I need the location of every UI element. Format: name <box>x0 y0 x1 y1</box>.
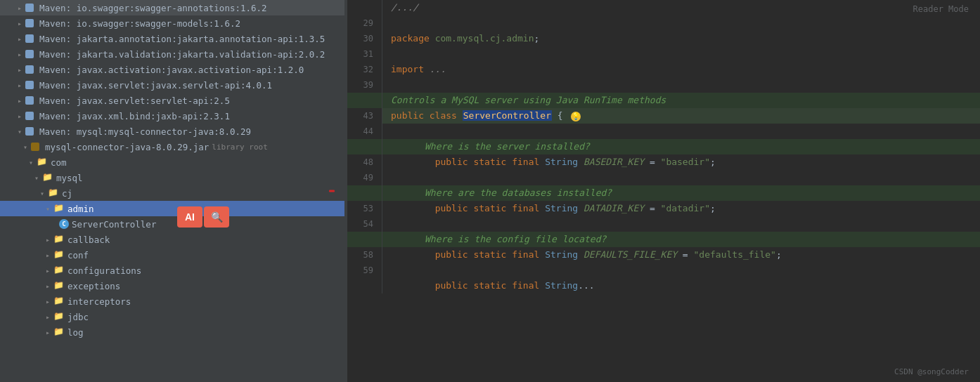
line-content: Where are the databases installed? <box>382 185 980 201</box>
tree-item-label: cj <box>62 188 72 199</box>
code-line: 53 public static final String DATADIR_KE… <box>347 201 980 216</box>
code-line: 49 <box>347 170 980 185</box>
code-line: 59 <box>347 263 980 278</box>
line-number: 30 <box>347 31 382 46</box>
line-number: 44 <box>347 124 382 139</box>
tree-arrow <box>42 298 53 305</box>
maven-icon <box>25 2 37 13</box>
line-content: public static final String DATADIR_KEY =… <box>382 201 980 216</box>
tree-item-maven-javax-servlet[interactable]: Maven: javax.servlet:servlet-api:2.5 <box>0 93 344 108</box>
code-area: /.../ 2930package com.mysql.cj.admin;313… <box>347 0 980 382</box>
tree-item-pkg-interceptors[interactable]: 📁interceptors <box>0 294 344 309</box>
tree-item-maven-jakarta-val[interactable]: Maven: jakarta.validation:jakarta.valida… <box>0 46 344 62</box>
tree-item-pkg-jdbc[interactable]: 📁jdbc <box>0 309 344 324</box>
maven-icon <box>25 33 37 44</box>
folder-icon: 📁 <box>42 172 53 183</box>
line-content: public static final String BASEDIR_KEY =… <box>382 154 980 170</box>
tree-item-label: Maven: jakarta.annotation:jakarta.annota… <box>39 34 325 44</box>
line-number: 54 <box>347 216 382 232</box>
doc-comment-line: Where are the databases installed? <box>347 185 980 201</box>
tree-item-pkg-log[interactable]: 📁log <box>0 324 344 340</box>
tree-item-maven-mysql[interactable]: Maven: mysql:mysql-connector-java:8.0.29 <box>0 124 344 139</box>
tree-arrow <box>37 190 48 197</box>
maven-icon <box>25 64 37 75</box>
line-content: import ... <box>382 62 980 77</box>
line-number <box>347 232 382 247</box>
tree-item-label: Maven: mysql:mysql-connector-java:8.0.29 <box>39 126 251 137</box>
line-number: 58 <box>347 247 382 263</box>
floating-buttons: AI 🔍 <box>177 206 229 228</box>
code-line: public static final String... <box>347 278 980 294</box>
line-number: 31 <box>347 46 382 62</box>
line-number: 59 <box>347 263 382 278</box>
line-number: 39 <box>347 77 382 93</box>
tree-item-jar-root[interactable]: mysql-connector-java-8.0.29.jar library … <box>0 139 344 154</box>
tree-item-pkg-configurations[interactable]: 📁configurations <box>0 263 344 278</box>
line-number: 49 <box>347 170 382 185</box>
tree-item-label: exceptions <box>67 281 120 291</box>
tree-item-maven-swagger-models[interactable]: Maven: io.swagger:swagger-models:1.6.2 <box>0 15 344 31</box>
tree-item-label: com <box>51 157 67 168</box>
line-number <box>347 278 382 294</box>
tree-arrow <box>42 236 53 244</box>
line-content <box>382 15 980 31</box>
library-root-label: library root <box>212 143 267 152</box>
tree-arrow <box>42 329 53 336</box>
code-line: 54 <box>347 216 980 232</box>
folder-icon: 📁 <box>53 249 65 261</box>
code-line: 30package com.mysql.cj.admin; <box>347 31 980 46</box>
tree-item-pkg-callback[interactable]: 📁callback <box>0 232 344 247</box>
code-editor-panel: Reader Mode /.../ 2930package com.mysql.… <box>347 0 980 382</box>
maven-icon <box>25 79 37 91</box>
line-number <box>347 0 382 15</box>
tree-item-label: mysql <box>56 173 83 183</box>
line-number: 32 <box>347 62 382 77</box>
doc-comment-line: Where is the config file located? <box>347 232 980 247</box>
tree-item-label: admin <box>67 204 94 214</box>
tree-item-maven-javax-act[interactable]: Maven: javax.activation:javax.activation… <box>0 62 344 77</box>
watermark: CSDN @songCodder <box>894 367 969 376</box>
tree-item-label: ServerController <box>72 219 156 230</box>
maven-icon <box>25 48 37 60</box>
lightbulb-icon: 💡 <box>571 112 581 121</box>
tree-arrow <box>14 112 25 120</box>
tree-item-maven-jakarta-ann[interactable]: Maven: jakarta.annotation:jakarta.annota… <box>0 31 344 46</box>
tree-item-pkg-exceptions[interactable]: 📁exceptions <box>0 278 344 294</box>
tree-arrow <box>14 35 25 43</box>
tree-item-pkg-conf[interactable]: 📁conf <box>0 247 344 263</box>
code-line: 58 public static final String DEFAULTS_F… <box>347 247 980 263</box>
tree-arrow <box>14 20 25 27</box>
reader-mode-label: Reader Mode <box>913 4 969 14</box>
tree-container: Maven: io.swagger:swagger-annotations:1.… <box>0 0 344 340</box>
tree-item-class-servercontroller[interactable]: CServerController <box>0 216 344 232</box>
tree-arrow <box>20 143 31 151</box>
doc-comment-line: Controls a MySQL server using Java RunTi… <box>347 93 980 108</box>
line-number: 53 <box>347 201 382 216</box>
ai-button[interactable]: AI <box>177 206 202 228</box>
folder-icon: 📁 <box>48 187 59 199</box>
tree-item-label: Maven: javax.xml.bind:jaxb-api:2.3.1 <box>39 111 230 121</box>
error-badge <box>329 190 335 192</box>
doc-comment-line: Where is the server installed? <box>347 139 980 154</box>
tree-item-pkg-cj[interactable]: 📁cj <box>0 185 344 201</box>
tree-item-label: Maven: io.swagger:swagger-models:1.6.2 <box>39 18 240 29</box>
line-content <box>382 46 980 62</box>
line-content <box>382 124 980 139</box>
tree-item-maven-swagger-ann[interactable]: Maven: io.swagger:swagger-annotations:1.… <box>0 0 344 15</box>
search-button[interactable]: 🔍 <box>204 206 229 228</box>
code-line: 31 <box>347 46 980 62</box>
tree-item-label: Maven: jakarta.validation:jakarta.valida… <box>39 49 325 60</box>
tree-item-maven-javax-servlet-api[interactable]: Maven: javax.servlet:javax.servlet-api:4… <box>0 77 344 93</box>
tree-item-label: configurations <box>67 265 141 276</box>
tree-item-pkg-mysql[interactable]: 📁mysql <box>0 170 344 185</box>
line-content: Where is the server installed? <box>382 139 980 154</box>
line-number: 29 <box>347 15 382 31</box>
line-number <box>347 139 382 154</box>
file-tree-panel[interactable]: Maven: io.swagger:swagger-annotations:1.… <box>0 0 344 382</box>
tree-item-maven-javax-xml[interactable]: Maven: javax.xml.bind:jaxb-api:2.3.1 <box>0 108 344 124</box>
tree-item-pkg-admin[interactable]: 📁admin <box>0 201 344 216</box>
tree-arrow <box>31 174 42 182</box>
tree-item-pkg-com[interactable]: 📁com <box>0 154 344 170</box>
tree-item-label: conf <box>67 250 89 261</box>
tree-item-label: mysql-connector-java-8.0.29.jar <box>45 142 209 152</box>
